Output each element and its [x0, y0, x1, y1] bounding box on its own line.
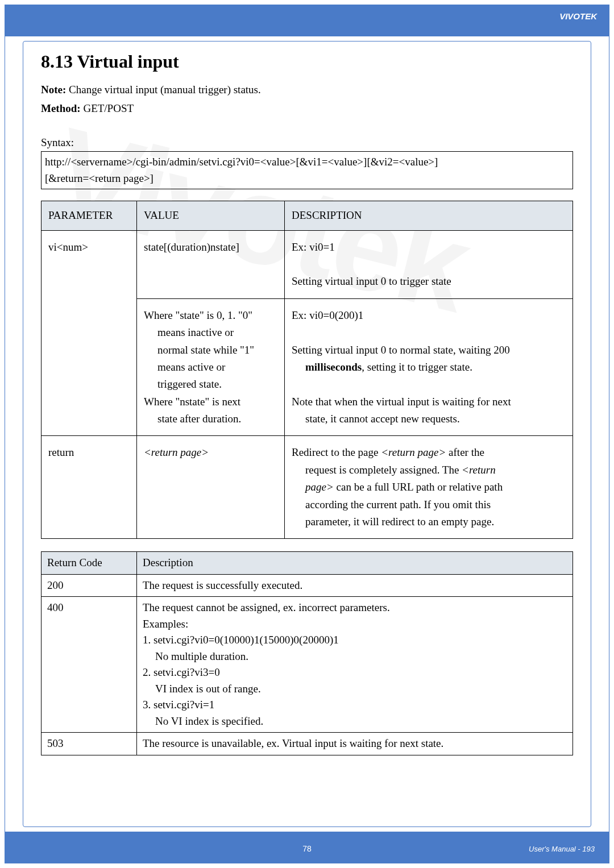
page-number: 78 [0, 844, 614, 853]
table-row: return <return page> Redirect to the pag… [42, 436, 573, 539]
desc-text: Examples: [143, 618, 188, 630]
col-parameter: PARAMETER [42, 201, 137, 230]
value-text: Where "state" is 0, 1. "0" [144, 309, 252, 321]
desc-text: after the [446, 446, 484, 458]
table-row: 200 The request is successfully executed… [42, 574, 573, 597]
cell-value: Where "state" is 0, 1. "0" means inactiv… [137, 298, 285, 436]
desc-text: according the current path. If you omit … [292, 496, 566, 513]
desc-text: The request cannot be assigned, ex. inco… [143, 601, 390, 613]
return-code-table: Return Code Description 200 The request … [41, 551, 573, 755]
desc-text: Ex: vi0=1 [292, 241, 335, 253]
method-label: Method: [41, 102, 81, 114]
desc-text: 3. setvi.cgi?vi=1 [143, 699, 214, 711]
cell-value: state[(duration)nstate] [137, 230, 285, 298]
value-text: means active or [144, 359, 277, 376]
syntax-line: http://<servername>/cgi-bin/admin/setvi.… [45, 156, 438, 168]
desc-text: 2. setvi.cgi?vi3=0 [143, 666, 220, 678]
cell-code: 200 [42, 574, 137, 597]
desc-bold: milliseconds [305, 361, 362, 373]
cell-desc: The request cannot be assigned, ex. inco… [137, 597, 573, 733]
note-line: Note: Change virtual input (manual trigg… [41, 82, 573, 98]
cell-param [42, 298, 137, 436]
col-return-code: Return Code [42, 552, 137, 575]
section-heading: 8.13 Virtual input [41, 51, 573, 72]
desc-text: 1. setvi.cgi?vi0=0(10000)1(15000)0(20000… [143, 634, 339, 646]
value-italic: <return page> [144, 446, 209, 458]
desc-text: Setting virtual input 0 to normal state,… [292, 344, 510, 356]
desc-text: milliseconds, setting it to trigger stat… [292, 359, 566, 376]
desc-text: request is completely assigned. The <ret… [292, 462, 566, 479]
cell-code: 400 [42, 597, 137, 733]
desc-text: Redirect to the page [292, 446, 381, 458]
desc-italic: page> [305, 481, 334, 493]
method-text: GET/POST [81, 102, 134, 114]
desc-text: VI index is out of range. [143, 681, 567, 697]
desc-text: Setting virtual input 0 to trigger state [292, 275, 451, 287]
table-header-row: Return Code Description [42, 552, 573, 575]
cell-desc: Ex: vi0=0(200)1 Setting virtual input 0 … [285, 298, 573, 436]
brand-label: VIVOTEK [559, 11, 597, 21]
manual-page-label: User's Manual - 193 [529, 845, 595, 853]
desc-text: No VI index is specified. [143, 713, 567, 730]
syntax-line: [&return=<return page>] [45, 172, 154, 184]
cell-desc: Ex: vi0=1 Setting virtual input 0 to tri… [285, 230, 573, 298]
cell-desc: The resource is unavailable, ex. Virtual… [137, 733, 573, 755]
col-description: Description [137, 552, 573, 575]
desc-text: state, it cannot accept new requests. [292, 410, 566, 427]
table-row: vi<num> state[(duration)nstate] Ex: vi0=… [42, 230, 573, 298]
table-row: Where "state" is 0, 1. "0" means inactiv… [42, 298, 573, 436]
syntax-label: Syntax: [41, 136, 573, 149]
value-text: normal state while "1" [144, 342, 277, 359]
parameter-table: PARAMETER VALUE DESCRIPTION vi<num> stat… [41, 201, 573, 539]
desc-text: page> can be a full URL path or relative… [292, 479, 566, 496]
desc-text: parameter, it will redirect to an empty … [292, 513, 566, 530]
cell-desc: The request is successfully executed. [137, 574, 573, 597]
desc-text: Ex: vi0=0(200)1 [292, 309, 363, 321]
method-line: Method: GET/POST [41, 101, 573, 117]
cell-param: vi<num> [42, 230, 137, 298]
table-header-row: PARAMETER VALUE DESCRIPTION [42, 201, 573, 230]
value-text: state after duration. [144, 410, 277, 427]
value-text: means inactive or [144, 324, 277, 341]
value-text: triggered state. [144, 376, 277, 393]
cell-param: return [42, 436, 137, 539]
col-description: DESCRIPTION [285, 201, 573, 230]
syntax-box: http://<servername>/cgi-bin/admin/setvi.… [41, 151, 573, 189]
cell-value: <return page> [137, 436, 285, 539]
desc-text: , setting it to trigger state. [362, 361, 472, 373]
cell-desc: Redirect to the page <return page> after… [285, 436, 573, 539]
page-content: 8.13 Virtual input Note: Change virtual … [41, 51, 573, 755]
col-value: VALUE [137, 201, 285, 230]
header-bar [5, 5, 609, 36]
table-row: 503 The resource is unavailable, ex. Vir… [42, 733, 573, 755]
desc-text: No multiple duration. [143, 649, 567, 665]
desc-italic: <return [462, 464, 496, 476]
desc-italic: <return page> [381, 446, 446, 458]
table-row: 400 The request cannot be assigned, ex. … [42, 597, 573, 733]
note-label: Note: [41, 84, 66, 95]
value-text: Where "nstate" is next [144, 396, 240, 408]
note-text: Change virtual input (manual trigger) st… [66, 84, 260, 95]
desc-text: Note that when the virtual input is wait… [292, 396, 511, 408]
cell-code: 503 [42, 733, 137, 755]
